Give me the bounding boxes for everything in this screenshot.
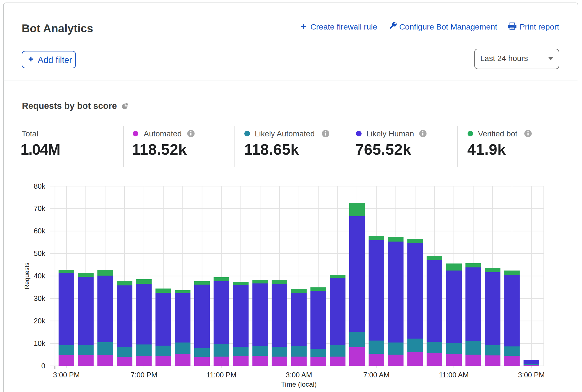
svg-text:11:00 PM: 11:00 PM <box>206 371 236 379</box>
svg-text:7:00 AM: 7:00 AM <box>363 371 390 379</box>
svg-text:3:00 AM: 3:00 AM <box>286 371 312 379</box>
svg-text:7:00 PM: 7:00 PM <box>130 371 157 379</box>
svg-text:20k: 20k <box>34 317 45 325</box>
svg-text:70k: 70k <box>34 204 45 212</box>
svg-text:11:00 AM: 11:00 AM <box>439 371 469 379</box>
svg-text:Time (local): Time (local) <box>281 380 317 388</box>
svg-text:3:00 PM: 3:00 PM <box>53 371 80 379</box>
svg-text:60k: 60k <box>34 227 45 235</box>
svg-text:Requests: Requests <box>23 262 30 289</box>
svg-text:50k: 50k <box>34 249 45 257</box>
svg-text:10k: 10k <box>34 339 45 347</box>
svg-text:80k: 80k <box>34 182 45 190</box>
svg-text:30k: 30k <box>34 294 45 302</box>
svg-text:0: 0 <box>41 362 45 370</box>
svg-text:40k: 40k <box>34 272 45 280</box>
svg-text:3:00 PM: 3:00 PM <box>518 371 545 379</box>
